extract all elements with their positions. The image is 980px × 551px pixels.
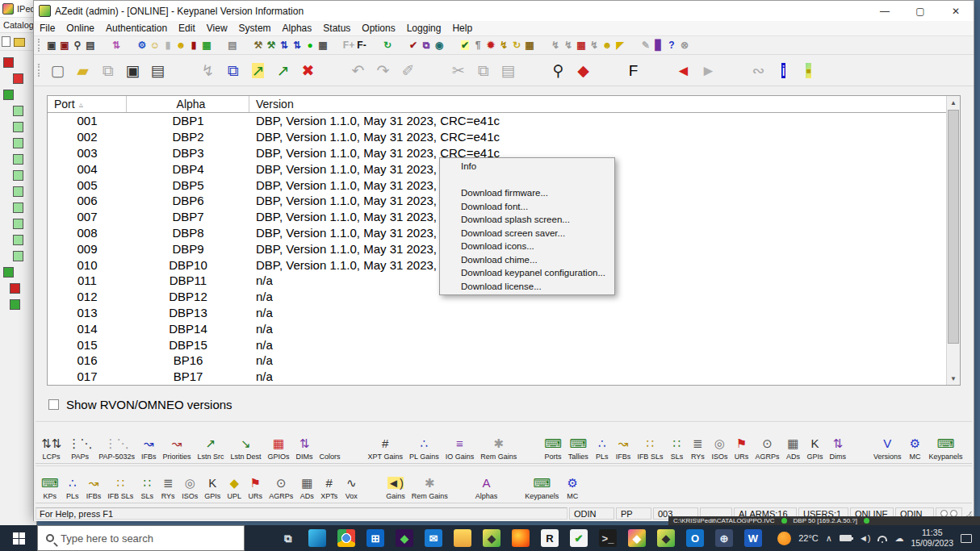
font-plus-icon[interactable]: F+ [342,38,355,52]
green-check-icon[interactable]: ✔ [564,525,593,551]
versions-button[interactable]: V ▾ Versions [871,428,904,461]
font-icon[interactable]: F ▾ [621,57,646,83]
tree-node-red-grid[interactable] [3,57,36,68]
context-download-firmware[interactable]: Download firmware... › [440,186,614,200]
lightning-sub-icon[interactable]: ↯ [588,38,601,52]
context-download-icons[interactable]: Download icons... › [440,240,614,253]
separator[interactable] [368,38,381,52]
upload-arrow-icon[interactable]: ↗ ▾ [270,57,295,83]
mail-icon[interactable]: ✉ [419,525,448,551]
separator[interactable]: ▾ [170,57,195,83]
sls-2-button[interactable]: ∷ ▾ SLs [137,467,157,501]
separator[interactable]: ▾ [596,57,621,83]
separator[interactable]: ▾ [521,428,540,461]
search-input[interactable] [61,532,236,545]
print-icon[interactable]: ▤ [84,38,97,52]
agrps-button[interactable]: ⊙ ▾ AGRPs [752,428,781,461]
menu-alphas[interactable]: Alphas [277,23,318,34]
keypanels-button[interactable]: ⌨ ▾ Keypanels [926,428,965,461]
cortana-icon[interactable] [245,525,274,551]
ifbs-2-button[interactable]: ↝ ▾ IFBs [614,428,634,461]
lstn-src-button[interactable]: ↗ ▾ Lstn Src [195,428,227,461]
tools-icon[interactable]: ⚒ [252,38,265,52]
pen-icon[interactable]: ✎ [639,38,652,52]
r-app-icon[interactable]: R [535,525,564,551]
alphas-button[interactable]: A ▾ Alphas [473,467,500,501]
hidden-icons-chevron[interactable]: ∧ [826,533,832,544]
context-download-font[interactable]: Download font... › [440,200,614,214]
image-icon[interactable]: ▦ [200,38,213,52]
print-preview-icon[interactable]: ⚲ [71,38,84,52]
copy-pages-icon[interactable]: ⧉ ▾ [220,57,245,83]
vertical-scrollbar[interactable]: ▲ ▼ [946,96,960,385]
onedrive-cloud-icon[interactable]: ☁ [894,533,903,544]
temperature[interactable]: 22°C [798,533,819,543]
ipedit-background-window[interactable]: IPedit Catalog [0,0,37,525]
context-download-keypanel-configuration[interactable]: Download keypanel configuration... › [440,266,614,280]
io-gains-button[interactable]: ≡ ▾ IO Gains [443,428,477,461]
scroll-down-arrow[interactable]: ▼ [947,372,960,385]
globe-copy-icon[interactable]: ◉ [433,38,446,52]
app-diamond-icon[interactable]: ◆ [390,525,419,551]
separator[interactable] [446,38,459,52]
help-icon[interactable]: ? [665,38,678,52]
isos-button[interactable]: ◎ ▾ ISOs [709,428,730,461]
outlook-icon[interactable]: O [681,525,710,551]
weather-icon[interactable] [777,532,791,545]
lstn-dest-button[interactable]: ↘ ▾ Lstn Dest [228,428,264,461]
transfer-icon[interactable]: ⇅ [110,38,123,52]
isos-2-button[interactable]: ◎ ▾ ISOs [179,467,200,501]
maximize-button[interactable]: ▢ [903,1,938,21]
setup-gear-icon[interactable]: ⚙ [136,38,149,52]
paste-icon[interactable]: ▤ ▾ [496,57,521,83]
lock-icon[interactable]: ▮ [161,38,174,52]
table-row[interactable]: 013 DBP13 n/a [48,305,946,321]
connect-plug-icon[interactable]: ↯ ▾ [195,57,220,83]
ifbs-3-button[interactable]: ↝ ▾ IFBs [84,467,104,501]
volume-icon[interactable]: ◄) [859,533,871,543]
chrome-icon[interactable] [332,525,361,551]
delete-icon[interactable]: ✖ ▾ [295,57,320,83]
menu-options[interactable]: Options [356,23,400,34]
context-download-screen-saver[interactable]: Download screen saver... › [440,227,614,240]
network-icon[interactable] [877,536,887,541]
xpts-button[interactable]: # ▾ XPTs [318,467,340,501]
table-row[interactable]: 002 DBP2 DBP, Version 1.1.0, May 31 2023… [48,129,946,145]
info-icon[interactable]: i ▾ [771,57,796,83]
minimize-button[interactable]: — [867,1,903,21]
duck-icon[interactable]: ☻ [601,38,614,52]
toolbar-grip[interactable] [38,39,42,52]
lightning-gray-icon[interactable]: ↯ [549,38,562,52]
smiley-icon[interactable]: ☺ [149,38,161,52]
tree-node-grid-2[interactable] [3,267,36,278]
active-view-icon[interactable]: ▪ ▾ [796,57,821,83]
paps-button[interactable]: ⋮⋱ ▾ PAPs [65,428,94,461]
rys-button[interactable]: ≣ ▾ RYs [688,428,707,461]
context-download-chime[interactable]: Download chime... › [440,253,614,267]
toolbar-grip[interactable] [38,64,42,77]
lock-red-icon[interactable]: ▮ [187,38,200,52]
ports-button[interactable]: ⌨ ▾ Ports [542,428,564,461]
separator[interactable]: ▾ [501,467,521,501]
rem-gains-2-button[interactable]: ✱ ▾ Rem Gains [409,467,450,501]
separator[interactable]: ▾ [721,57,746,83]
kps-button[interactable]: ⌨ ▾ KPs [39,467,61,501]
scroll-up-arrow[interactable]: ▲ [947,96,960,109]
separator[interactable] [97,38,110,52]
column-header-alpha[interactable]: Alpha [127,96,249,112]
ipedit-taskbar-icon[interactable]: ◆ [622,525,651,551]
paste-gray-icon[interactable]: ▤ [226,38,239,52]
column-header-port[interactable]: Port ▵ [48,96,127,112]
app-diamond-2-icon[interactable]: ◆ [477,525,506,551]
open-folder-icon[interactable]: ▰ ▾ [70,57,95,83]
store-icon[interactable]: ⊞ [361,525,390,551]
context-download-license[interactable]: Download license... › [440,280,614,294]
menu-file[interactable]: File [34,23,61,34]
refresh-icon[interactable]: ↻ [381,38,394,52]
context-download-splash-screen[interactable]: Download splash screen... › [440,213,614,227]
redo-icon[interactable]: ↷ ▾ [371,57,396,83]
gpis-button[interactable]: K ▾ GPIs [804,428,825,461]
mc-button[interactable]: ⚙ ▾ MC [905,428,924,461]
column-header-version[interactable]: Version [249,96,960,112]
save-icon[interactable]: ▣ ▾ [120,57,145,83]
